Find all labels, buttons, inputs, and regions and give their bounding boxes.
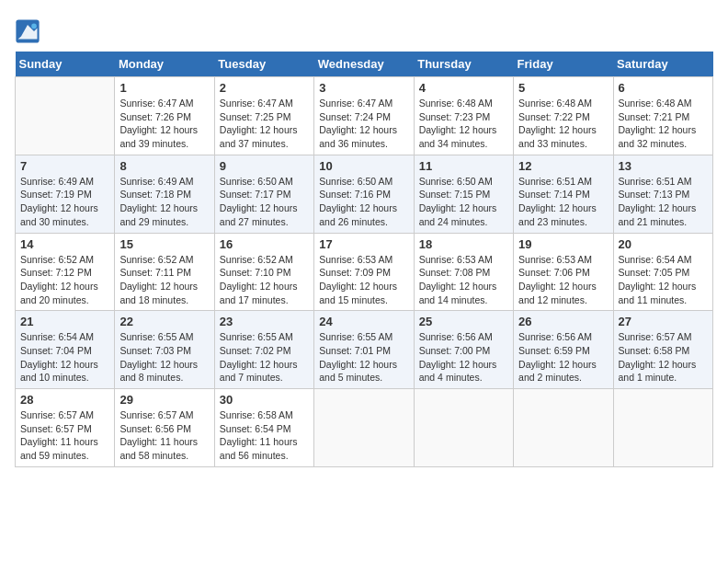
day-info: Sunrise: 6:48 AM Sunset: 7:22 PM Dayligh… — [518, 97, 608, 151]
calendar-cell: 25Sunrise: 6:56 AM Sunset: 7:00 PM Dayli… — [414, 311, 513, 389]
calendar-cell: 6Sunrise: 6:48 AM Sunset: 7:21 PM Daylig… — [613, 77, 712, 155]
day-number: 2 — [220, 81, 309, 95]
day-number: 30 — [220, 393, 309, 407]
col-header-monday: Monday — [115, 52, 214, 77]
calendar-cell: 23Sunrise: 6:55 AM Sunset: 7:02 PM Dayli… — [214, 311, 313, 389]
day-info: Sunrise: 6:47 AM Sunset: 7:25 PM Dayligh… — [220, 97, 309, 151]
day-number: 23 — [220, 315, 309, 328]
day-number: 19 — [518, 237, 608, 251]
calendar-cell: 4Sunrise: 6:48 AM Sunset: 7:23 PM Daylig… — [414, 77, 513, 155]
day-info: Sunrise: 6:57 AM Sunset: 6:56 PM Dayligh… — [119, 408, 209, 463]
calendar-cell: 12Sunrise: 6:51 AM Sunset: 7:14 PM Dayli… — [514, 155, 613, 233]
logo-icon — [15, 18, 40, 44]
day-number: 4 — [419, 81, 508, 95]
calendar-cell: 19Sunrise: 6:53 AM Sunset: 7:06 PM Dayli… — [514, 233, 613, 311]
day-number: 21 — [20, 315, 109, 328]
day-number: 25 — [419, 315, 508, 328]
day-info: Sunrise: 6:57 AM Sunset: 6:58 PM Dayligh… — [619, 330, 708, 385]
calendar-cell — [514, 389, 613, 467]
col-header-tuesday: Tuesday — [214, 52, 313, 77]
day-info: Sunrise: 6:52 AM Sunset: 7:12 PM Dayligh… — [20, 253, 109, 307]
col-header-sunday: Sunday — [16, 52, 115, 77]
calendar-cell: 3Sunrise: 6:47 AM Sunset: 7:24 PM Daylig… — [314, 77, 414, 155]
day-info: Sunrise: 6:50 AM Sunset: 7:15 PM Dayligh… — [419, 175, 508, 229]
day-info: Sunrise: 6:55 AM Sunset: 7:03 PM Dayligh… — [119, 330, 209, 385]
calendar-cell: 18Sunrise: 6:53 AM Sunset: 7:08 PM Dayli… — [414, 233, 513, 311]
day-number: 8 — [119, 159, 209, 173]
calendar-cell: 2Sunrise: 6:47 AM Sunset: 7:25 PM Daylig… — [214, 77, 313, 155]
calendar-cell: 29Sunrise: 6:57 AM Sunset: 6:56 PM Dayli… — [115, 389, 214, 467]
day-info: Sunrise: 6:56 AM Sunset: 6:59 PM Dayligh… — [518, 330, 608, 385]
day-info: Sunrise: 6:53 AM Sunset: 7:06 PM Dayligh… — [518, 253, 608, 307]
calendar-cell: 5Sunrise: 6:48 AM Sunset: 7:22 PM Daylig… — [514, 77, 613, 155]
calendar-cell: 14Sunrise: 6:52 AM Sunset: 7:12 PM Dayli… — [16, 233, 115, 311]
calendar-cell: 16Sunrise: 6:52 AM Sunset: 7:10 PM Dayli… — [214, 233, 313, 311]
day-info: Sunrise: 6:51 AM Sunset: 7:13 PM Dayligh… — [619, 175, 708, 229]
calendar-cell: 8Sunrise: 6:49 AM Sunset: 7:18 PM Daylig… — [115, 155, 214, 233]
day-info: Sunrise: 6:51 AM Sunset: 7:14 PM Dayligh… — [518, 175, 608, 229]
day-info: Sunrise: 6:52 AM Sunset: 7:11 PM Dayligh… — [119, 253, 209, 307]
col-header-saturday: Saturday — [613, 52, 712, 77]
day-info: Sunrise: 6:50 AM Sunset: 7:17 PM Dayligh… — [220, 175, 309, 229]
calendar-cell: 27Sunrise: 6:57 AM Sunset: 6:58 PM Dayli… — [613, 311, 712, 389]
svg-point-2 — [31, 24, 37, 29]
calendar-week-row: 1Sunrise: 6:47 AM Sunset: 7:26 PM Daylig… — [16, 77, 713, 155]
day-info: Sunrise: 6:54 AM Sunset: 7:05 PM Dayligh… — [619, 253, 708, 307]
day-number: 1 — [119, 81, 209, 95]
page-header — [15, 15, 713, 44]
calendar-cell: 21Sunrise: 6:54 AM Sunset: 7:04 PM Dayli… — [16, 311, 115, 389]
calendar-cell: 26Sunrise: 6:56 AM Sunset: 6:59 PM Dayli… — [514, 311, 613, 389]
calendar-week-row: 28Sunrise: 6:57 AM Sunset: 6:57 PM Dayli… — [16, 389, 713, 467]
day-number: 11 — [419, 159, 508, 173]
day-number: 26 — [518, 315, 608, 328]
day-info: Sunrise: 6:47 AM Sunset: 7:26 PM Dayligh… — [119, 97, 209, 151]
day-info: Sunrise: 6:48 AM Sunset: 7:23 PM Dayligh… — [419, 97, 508, 151]
day-info: Sunrise: 6:53 AM Sunset: 7:08 PM Dayligh… — [419, 253, 508, 307]
calendar-cell: 15Sunrise: 6:52 AM Sunset: 7:11 PM Dayli… — [115, 233, 214, 311]
day-number: 16 — [220, 237, 309, 251]
day-number: 9 — [220, 159, 309, 173]
calendar-cell — [16, 77, 115, 155]
calendar-cell: 20Sunrise: 6:54 AM Sunset: 7:05 PM Dayli… — [613, 233, 712, 311]
calendar-cell: 7Sunrise: 6:49 AM Sunset: 7:19 PM Daylig… — [16, 155, 115, 233]
calendar-table: SundayMondayTuesdayWednesdayThursdayFrid… — [15, 52, 713, 467]
day-info: Sunrise: 6:50 AM Sunset: 7:16 PM Dayligh… — [319, 175, 408, 229]
day-info: Sunrise: 6:49 AM Sunset: 7:18 PM Dayligh… — [119, 175, 209, 229]
day-info: Sunrise: 6:53 AM Sunset: 7:09 PM Dayligh… — [319, 253, 408, 307]
calendar-cell: 10Sunrise: 6:50 AM Sunset: 7:16 PM Dayli… — [314, 155, 414, 233]
calendar-cell: 17Sunrise: 6:53 AM Sunset: 7:09 PM Dayli… — [314, 233, 414, 311]
day-info: Sunrise: 6:55 AM Sunset: 7:02 PM Dayligh… — [220, 330, 309, 385]
calendar-cell: 11Sunrise: 6:50 AM Sunset: 7:15 PM Dayli… — [414, 155, 513, 233]
calendar-cell: 9Sunrise: 6:50 AM Sunset: 7:17 PM Daylig… — [214, 155, 313, 233]
calendar-cell — [414, 389, 513, 467]
day-info: Sunrise: 6:54 AM Sunset: 7:04 PM Dayligh… — [20, 330, 109, 385]
calendar-cell: 30Sunrise: 6:58 AM Sunset: 6:54 PM Dayli… — [214, 389, 313, 467]
day-number: 6 — [619, 81, 708, 95]
day-info: Sunrise: 6:58 AM Sunset: 6:54 PM Dayligh… — [220, 408, 309, 463]
day-number: 17 — [319, 237, 408, 251]
calendar-week-row: 21Sunrise: 6:54 AM Sunset: 7:04 PM Dayli… — [16, 311, 713, 389]
day-number: 18 — [419, 237, 508, 251]
day-number: 29 — [119, 393, 209, 407]
calendar-cell: 13Sunrise: 6:51 AM Sunset: 7:13 PM Dayli… — [613, 155, 712, 233]
day-info: Sunrise: 6:49 AM Sunset: 7:19 PM Dayligh… — [20, 175, 109, 229]
calendar-cell: 24Sunrise: 6:55 AM Sunset: 7:01 PM Dayli… — [314, 311, 414, 389]
calendar-cell — [613, 389, 712, 467]
day-number: 28 — [20, 393, 109, 407]
calendar-cell: 1Sunrise: 6:47 AM Sunset: 7:26 PM Daylig… — [115, 77, 214, 155]
logo — [15, 18, 42, 44]
col-header-wednesday: Wednesday — [314, 52, 414, 77]
calendar-cell: 28Sunrise: 6:57 AM Sunset: 6:57 PM Dayli… — [16, 389, 115, 467]
col-header-thursday: Thursday — [414, 52, 513, 77]
day-info: Sunrise: 6:56 AM Sunset: 7:00 PM Dayligh… — [419, 330, 508, 385]
day-number: 3 — [319, 81, 408, 95]
day-number: 14 — [20, 237, 109, 251]
day-number: 13 — [619, 159, 708, 173]
calendar-week-row: 14Sunrise: 6:52 AM Sunset: 7:12 PM Dayli… — [16, 233, 713, 311]
day-number: 10 — [319, 159, 408, 173]
day-info: Sunrise: 6:52 AM Sunset: 7:10 PM Dayligh… — [220, 253, 309, 307]
calendar-header-row: SundayMondayTuesdayWednesdayThursdayFrid… — [16, 52, 713, 77]
col-header-friday: Friday — [514, 52, 613, 77]
calendar-cell: 22Sunrise: 6:55 AM Sunset: 7:03 PM Dayli… — [115, 311, 214, 389]
day-number: 7 — [20, 159, 109, 173]
